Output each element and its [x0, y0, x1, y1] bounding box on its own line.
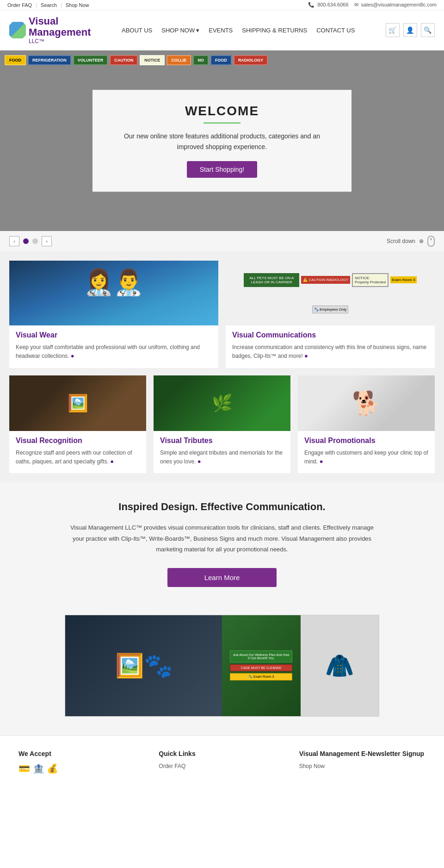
bg-sign-2: REFRIGERATION — [28, 55, 71, 65]
about-section: Inspired Design. Effective Communication… — [0, 482, 444, 605]
phone-display: 📞 800.634.6066 — [308, 2, 348, 8]
nav-shop-now[interactable]: SHOP NOW ▾ — [161, 27, 199, 34]
hero-title: WELCOME — [116, 104, 328, 119]
email-display: ✉ sales@visualmanagementllc.com — [354, 2, 437, 8]
cart-button[interactable]: 🛒 — [386, 23, 400, 37]
product-section: 👩‍⚕️👨‍⚕️ Visual Wear Keep your staff com… — [0, 251, 444, 482]
visual-rec-link[interactable]: ● — [110, 458, 114, 465]
chevron-down-icon: ▾ — [196, 27, 199, 34]
visual-promo-desc: Engage with customers and keep your clin… — [304, 449, 428, 466]
showcase-container: 🖼️🐾 Ask About Our Wellness Plan And How … — [65, 615, 379, 717]
tribute-icon: 🌿 — [212, 393, 233, 413]
logo-icon — [9, 22, 26, 38]
logo[interactable]: Visual Management LLC™ — [9, 16, 91, 44]
visual-rec-title: Visual Recognition — [16, 437, 140, 445]
nav-contact-us[interactable]: CONTACT US — [316, 27, 355, 34]
visual-trib-link[interactable]: ● — [197, 458, 201, 465]
search-button[interactable]: 🔍 — [421, 23, 435, 37]
visual-wear-title: Visual Wear — [16, 331, 212, 339]
showcase-exam-sign: 🐾 Exam Room 3 — [230, 673, 292, 681]
dot-1[interactable] — [23, 238, 29, 244]
nav-about-us[interactable]: ABOUT US — [122, 27, 152, 34]
visual-wear-link[interactable]: ● — [71, 352, 74, 359]
footer-shop-now-link[interactable]: Shop Now — [299, 763, 426, 769]
bg-sign-4: CAUTION — [110, 55, 138, 65]
visual-wear-desc: Keep your staff comfortable and professi… — [16, 343, 212, 361]
showcase-plaque-icon: 🖼️🐾 — [115, 652, 173, 679]
nav-events[interactable]: EVENTS — [209, 27, 233, 34]
shop-now-link[interactable]: Shop Now — [66, 2, 89, 8]
showcase-section: 🖼️🐾 Ask About Our Wellness Plan And How … — [0, 606, 444, 735]
contact-info: 📞 800.634.6066 ✉ sales@visualmanagementl… — [308, 2, 437, 8]
hero-divider — [204, 122, 240, 124]
order-faq-link[interactable]: Order FAQ — [7, 2, 32, 8]
scroll-mouse-icon — [427, 236, 435, 247]
about-body: Visual Management LLC™ provides visual c… — [65, 522, 379, 555]
visual-trib-image: 🌿 — [154, 375, 290, 431]
showcase-left: 🖼️🐾 — [65, 615, 222, 716]
medical-staff-icon: 👩‍⚕️👨‍⚕️ — [84, 268, 144, 296]
showcase-hoodie-icon: 🧥 — [325, 652, 354, 679]
learn-more-button[interactable]: Learn More — [167, 568, 277, 587]
exam-room-sign: Exam Room 3 — [390, 276, 417, 283]
hero-overlay: WELCOME Our new online store features ad… — [92, 90, 352, 192]
dot-2[interactable] — [32, 238, 38, 244]
carousel-prev[interactable]: ‹ — [9, 236, 19, 246]
utility-bar: Order FAQ | Search | Shop Now 📞 800.634.… — [0, 0, 444, 10]
divider1: | — [36, 2, 37, 8]
footer-links: Quick Links Order FAQ — [159, 750, 285, 774]
footer-links-title: Quick Links — [159, 750, 285, 757]
showcase-wellness-sign: Ask About Our Wellness Plan And How It C… — [230, 650, 292, 662]
product-card-visual-comm: ALL PETS MUST BE ON A LEASH OR IN CARRIE… — [226, 261, 435, 368]
nav-shipping[interactable]: SHIPPING & RETURNS — [242, 27, 307, 34]
visual-promo-link[interactable]: ● — [320, 458, 323, 465]
footer-newsletter-title: Visual Management E-Newsletter Signup — [299, 750, 426, 757]
about-title: Inspired Design. Effective Communication… — [28, 501, 416, 513]
footer-payment-title: We Accept — [18, 750, 145, 757]
visual-trib-desc: Simple and elegant tributes and memorial… — [160, 449, 284, 466]
carousel-controls: ‹ › Scroll down ⊕ — [0, 231, 444, 251]
footer-newsletter: Visual Management E-Newsletter Signup Sh… — [299, 750, 426, 774]
scroll-hint: Scroll down ⊕ — [387, 236, 435, 247]
visual-promo-title: Visual Promotionals — [304, 437, 428, 445]
visual-rec-image: 🖼️ — [9, 375, 146, 431]
main-nav: ABOUT US SHOP NOW ▾ EVENTS SHIPPING & RE… — [122, 27, 355, 34]
visual-trib-title: Visual Tributes — [160, 437, 284, 445]
bg-sign-6: COLLIE — [166, 55, 191, 65]
scroll-arrow-icon: ⊕ — [419, 238, 424, 244]
utility-links: Order FAQ | Search | Shop Now — [7, 2, 89, 8]
hero-body: Our new online store features additional… — [116, 131, 328, 152]
nav-icon-group: 🛒 👤 🔍 — [386, 23, 435, 37]
bg-sign-5: NOTICE — [140, 55, 165, 65]
bg-sign-7: NO — [193, 55, 209, 65]
account-button[interactable]: 👤 — [403, 23, 417, 37]
visual-rec-desc: Recognize staff and peers with our colle… — [16, 449, 140, 466]
product-card-visual-promo: 🐕 Visual Promotionals Engage with custom… — [298, 375, 435, 474]
carousel-next[interactable]: › — [42, 236, 52, 246]
bg-sign-8: FOOD — [210, 55, 232, 65]
visual-wear-image: 👩‍⚕️👨‍⚕️ — [9, 261, 218, 325]
footer-payment: We Accept 💳 🏦 💰 — [18, 750, 145, 774]
search-link[interactable]: Search — [41, 2, 57, 8]
footer-order-faq-link[interactable]: Order FAQ — [159, 763, 285, 769]
visual-comm-link[interactable]: ● — [304, 352, 308, 359]
showcase-right: 🧥 — [301, 615, 379, 716]
employees-sign: 🐾 Employees Only — [312, 306, 348, 313]
visual-comm-title: Visual Communications — [232, 331, 428, 339]
showcase-cage-sign: CAGE MUST BE CLEANED — [230, 664, 292, 671]
showcase-middle: Ask About Our Wellness Plan And How It C… — [222, 615, 301, 716]
logo-text: Visual Management LLC™ — [29, 16, 91, 44]
caution-sign: ⚠️ CAUTION RADIOLOGY — [301, 276, 350, 284]
bg-sign-3: VOLUNTEER — [73, 55, 108, 65]
divider2: | — [61, 2, 62, 8]
product-card-visual-rec: 🖼️ Visual Recognition Recognize staff an… — [9, 375, 146, 474]
product-grid-top: 👩‍⚕️👨‍⚕️ Visual Wear Keep your staff com… — [9, 261, 435, 368]
email-icon: ✉ — [354, 2, 358, 7]
phone-icon: 📞 — [308, 2, 314, 7]
notice-sign: NOTICE:Property Protected — [352, 273, 388, 287]
hero-cta-button[interactable]: Start Shopping! — [187, 161, 258, 178]
pets-sign: ALL PETS MUST BE ON A LEASH OR IN CARRIE… — [244, 273, 299, 287]
visual-comm-desc: Increase communication and consistency w… — [232, 343, 428, 361]
product-grid-bottom: 🖼️ Visual Recognition Recognize staff an… — [9, 375, 435, 474]
footer: We Accept 💳 🏦 💰 Quick Links Order FAQ Vi… — [0, 735, 444, 788]
